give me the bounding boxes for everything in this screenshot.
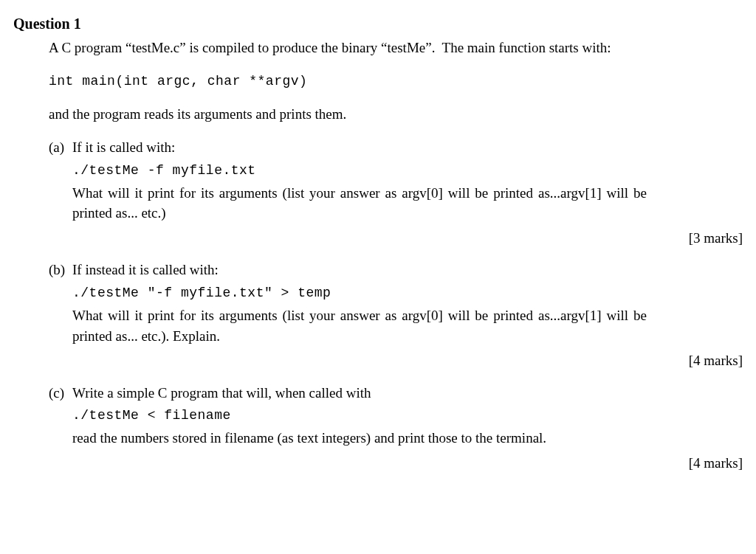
part-code: ./testMe -f myfile.txt <box>72 161 743 180</box>
part-label: (b) <box>49 260 72 280</box>
marks-label: [3 marks] <box>49 228 743 249</box>
part-lead: If it is called with: <box>72 137 743 158</box>
part-b: (b) If instead it is called with: ./test… <box>49 260 743 375</box>
after-code-paragraph: and the program reads its arguments and … <box>49 104 647 125</box>
part-label: (c) <box>49 383 72 404</box>
part-follow: What will it print for its arguments (li… <box>72 305 743 346</box>
question-header: Question 1 <box>13 13 743 35</box>
part-a: (a) If it is called with: ./testMe -f my… <box>49 137 743 252</box>
part-follow: What will it print for its arguments (li… <box>72 183 743 224</box>
part-label: (a) <box>49 137 72 158</box>
marks-label: [4 marks] <box>49 350 743 371</box>
main-signature-code: int main(int argc, char **argv) <box>49 72 743 91</box>
part-code: ./testMe "-f myfile.txt" > temp <box>72 283 743 302</box>
part-lead: If instead it is called with: <box>72 260 743 280</box>
part-follow: read the numbers stored in filename (as … <box>72 428 743 449</box>
part-code: ./testMe < filename <box>72 406 743 425</box>
marks-label: [4 marks] <box>49 453 743 474</box>
part-c: (c) Write a simple C program that will, … <box>49 383 743 478</box>
intro-paragraph: A C program “testMe.c” is compiled to pr… <box>49 38 647 58</box>
parts-list: (a) If it is called with: ./testMe -f my… <box>49 137 743 477</box>
part-lead: Write a simple C program that will, when… <box>72 383 743 404</box>
